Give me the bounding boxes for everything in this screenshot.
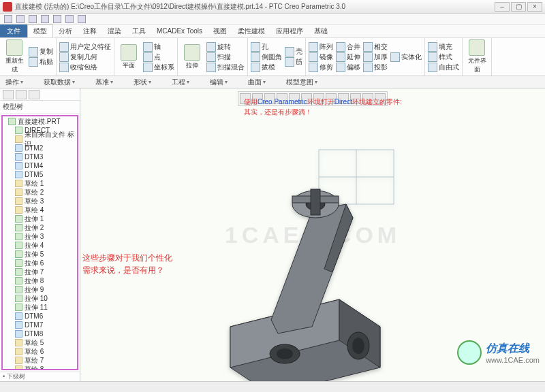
tree-item[interactable]: 拉伸 8 <box>3 276 77 285</box>
style-button[interactable]: 样式 <box>428 52 459 62</box>
project-button[interactable]: 投影 <box>363 63 388 72</box>
csys-button[interactable]: 坐标系 <box>143 63 174 72</box>
round-button[interactable]: 倒圆角 <box>251 52 282 62</box>
freestyle-button[interactable]: 自由式 <box>428 63 459 72</box>
hole-button[interactable]: 孔 <box>251 42 282 52</box>
paste-button[interactable]: 粘贴 <box>29 57 53 67</box>
quick-access-toolbar <box>0 14 545 24</box>
page-watermark: 仿真在线 www.1CAE.com <box>457 340 540 365</box>
graphics-canvas[interactable]: 1CAE . COM 使用Creo Parametric环境打开Direct环境… <box>80 88 545 381</box>
tab-tools[interactable]: 工具 <box>127 25 151 37</box>
solidify-button[interactable]: 实体化 <box>390 52 422 62</box>
qat-new-icon[interactable] <box>4 15 12 23</box>
trim-button[interactable]: 修剪 <box>309 63 333 72</box>
udf-button[interactable]: 用户定义特征 <box>59 42 111 52</box>
tab-analysis[interactable]: 分析 <box>53 25 78 37</box>
merge-button[interactable]: 合并 <box>336 42 360 52</box>
qat-open-icon[interactable] <box>16 15 25 23</box>
tab-model[interactable]: 模型 <box>27 24 53 37</box>
watermark-url: www.1CAE.com <box>486 356 540 364</box>
tree-root[interactable]: 直接建模.PRT <box>3 117 77 126</box>
tree-item[interactable]: 拉伸 4 <box>3 241 77 250</box>
qat-windows-icon[interactable] <box>78 15 86 23</box>
tab-view[interactable]: 视图 <box>208 25 232 37</box>
comp-interface-button[interactable]: 元件界面 <box>465 39 488 74</box>
tree-item[interactable]: 草绘 8 <box>3 365 77 370</box>
draft-button[interactable]: 拔模 <box>251 63 282 72</box>
tree-item[interactable]: 草绘 1 <box>3 179 77 188</box>
tree-item[interactable]: 拉伸 7 <box>3 267 77 276</box>
tree-item[interactable]: 拉伸 5 <box>3 250 77 259</box>
close-button[interactable]: × <box>527 2 542 12</box>
feature-icon <box>15 233 22 240</box>
intersect-button[interactable]: 相交 <box>363 42 388 52</box>
tree-item[interactable]: 草绘 7 <box>3 356 77 365</box>
tree-item[interactable]: DTM6 <box>3 312 77 321</box>
tree-item[interactable]: DTM3 <box>3 152 77 161</box>
tree-item[interactable]: 拉伸 11 <box>3 303 77 312</box>
qat-redo-icon[interactable] <box>53 15 61 23</box>
tab-mcadex[interactable]: MCADEx Tools <box>151 26 208 36</box>
tree-item[interactable]: DTM7 <box>3 321 77 329</box>
tree-item[interactable]: 草绘 3 <box>3 197 77 206</box>
sweep-button[interactable]: 扫描 <box>206 52 245 62</box>
model-tree[interactable]: 直接建模.PRTDIRECT来自来自文件 标识DTM2DTM3DTM4DTM5草… <box>1 115 78 370</box>
tab-apps[interactable]: 应用程序 <box>270 25 309 37</box>
mirror-button[interactable]: 镜像 <box>309 52 333 62</box>
tree-item[interactable]: DTM5 <box>3 170 77 179</box>
annotation-top: 使用Creo Parametric环境打开Direct环境建立的零件: 其实，还… <box>244 97 402 117</box>
tree-item[interactable]: 草绘 6 <box>3 347 77 356</box>
tree-item[interactable]: 拉伸 6 <box>3 259 77 267</box>
folder-tab-icon[interactable] <box>16 90 27 99</box>
qat-regen-icon[interactable] <box>65 15 74 23</box>
revolve-icon <box>206 42 216 52</box>
paste-icon <box>29 57 38 67</box>
shell-button[interactable]: 壳 <box>285 47 302 56</box>
tree-tab-icon[interactable] <box>3 90 14 99</box>
copy-button[interactable]: 复制 <box>29 47 53 56</box>
tree-item[interactable]: 拉伸 1 <box>3 214 77 223</box>
feature-icon <box>15 286 22 293</box>
tree-item[interactable]: 拉伸 2 <box>3 223 77 232</box>
tab-base[interactable]: 基础 <box>309 25 333 37</box>
tree-item[interactable]: DTM8 <box>3 329 77 338</box>
offset-button[interactable]: 偏移 <box>336 63 360 72</box>
style-icon <box>428 52 437 62</box>
fav-tab-icon[interactable] <box>29 90 40 99</box>
qat-undo-icon[interactable] <box>41 15 49 23</box>
tree-item[interactable]: 草绘 4 <box>3 206 77 214</box>
tree-item[interactable]: 拉伸 10 <box>3 294 77 303</box>
revolve-button[interactable]: 旋转 <box>206 42 245 52</box>
app-icon <box>3 2 12 12</box>
tab-flex[interactable]: 柔性建模 <box>232 25 270 37</box>
copygeom-button[interactable]: 复制几何 <box>59 52 111 62</box>
wechat-icon <box>457 340 482 365</box>
tree-item[interactable]: 来自来自文件 标识 <box>3 135 77 144</box>
axis-button[interactable]: 轴 <box>143 42 174 52</box>
regenerate-button[interactable]: 重新生成 <box>3 39 26 74</box>
thicken-button[interactable]: 加厚 <box>363 52 388 62</box>
file-menu[interactable]: 文件 <box>0 24 27 37</box>
qat-save-icon[interactable] <box>29 15 37 23</box>
tree-item[interactable]: 拉伸 9 <box>3 285 77 294</box>
sweepblend-button[interactable]: 扫描混合 <box>206 63 245 72</box>
tree-item[interactable]: 草绘 2 <box>3 188 77 197</box>
tab-annotate[interactable]: 注释 <box>78 25 102 37</box>
shrinkwrap-button[interactable]: 收缩包络 <box>59 63 111 72</box>
feature-icon <box>15 197 22 205</box>
maximize-button[interactable]: ▢ <box>511 2 526 12</box>
extend-button[interactable]: 延伸 <box>336 52 360 62</box>
tree-item[interactable]: 拉伸 3 <box>3 232 77 241</box>
ribbon: 重新生成 复制 粘贴 用户定义特征 复制几何 收缩包络 平面 轴 点 坐标系 拉… <box>0 38 545 76</box>
rib-button[interactable]: 筋 <box>285 57 302 67</box>
feature-icon <box>15 162 22 169</box>
tab-render[interactable]: 渲染 <box>102 25 127 37</box>
tree-item[interactable]: DTM4 <box>3 161 77 170</box>
extrude-button[interactable]: 拉伸 <box>181 44 204 70</box>
tree-item[interactable]: 草绘 5 <box>3 338 77 347</box>
pattern-button[interactable]: 阵列 <box>309 42 333 52</box>
point-button[interactable]: 点 <box>143 52 174 62</box>
fill-button[interactable]: 填充 <box>428 42 459 52</box>
plane-button[interactable]: 平面 <box>117 44 140 70</box>
minimize-button[interactable]: – <box>495 2 510 12</box>
